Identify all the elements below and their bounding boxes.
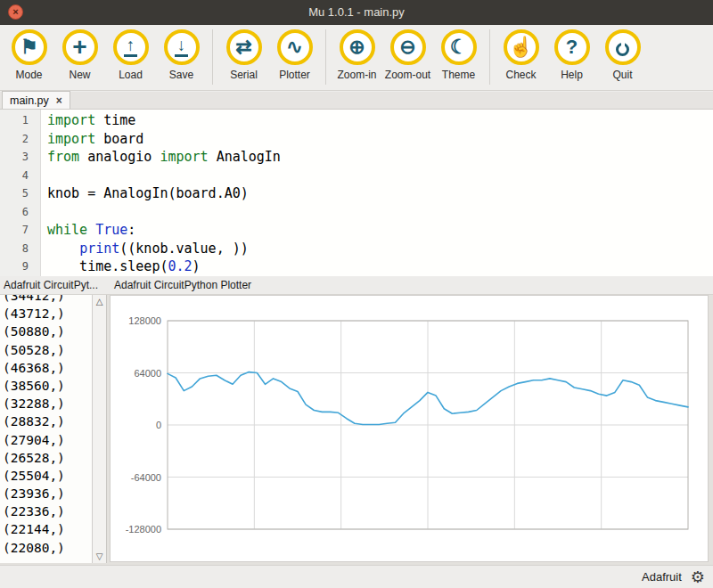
quit-button[interactable]: Quit [597,25,648,81]
tab-close-icon[interactable]: × [56,94,62,107]
console-line: (25504,) [3,467,92,485]
serial-console-pane: (34412,)(43712,)(50880,)(50528,)(46368,)… [0,295,107,563]
line-number: 3 [0,148,29,167]
toolbar-separator [325,29,326,85]
theme-button[interactable]: ☾Theme [433,25,484,81]
console-scrollbar[interactable]: △ ▽ [92,295,106,563]
svg-text:64000: 64000 [134,368,161,379]
svg-text:0: 0 [156,420,161,430]
console-line: (50528,) [3,341,92,359]
help-button[interactable]: ?Help [546,25,597,81]
plot-svg: 128000640000-64000-128000 [111,296,708,561]
mode-button[interactable]: ⚑Mode [4,25,54,81]
console-pane-title: Adafruit CircuitPyt... [4,279,105,291]
code-line: print((knob.value, )) [47,240,281,258]
console-line: (46368,) [3,359,92,377]
load-label: Load [119,69,143,81]
new-button[interactable]: +New [54,25,105,81]
question-icon: ? [554,29,590,65]
console-line: (43712,) [3,305,92,323]
plotter-pane: 128000640000-64000-128000 [110,295,709,562]
zoom-out-icon: ⊖ [390,29,426,65]
serial-label: Serial [230,69,258,81]
plus-icon: + [62,29,98,65]
tab-main-py[interactable]: main.py × [2,91,70,109]
scroll-down-icon[interactable]: ▽ [93,551,106,561]
line-number: 2 [0,130,29,149]
console-line: (50880,) [3,323,92,340]
waveform-icon: ∿ [277,29,313,65]
line-number: 8 [0,240,29,258]
toolbar-separator [489,29,490,85]
line-number: 1 [0,111,29,130]
tab-label: main.py [10,94,49,107]
line-number: 5 [0,184,29,203]
code-line: while True: [47,221,281,240]
help-label: Help [561,69,583,81]
zoom-out-button[interactable]: ⊖Zoom-out [382,25,433,81]
console-line: (27904,) [3,431,92,449]
svg-text:128000: 128000 [128,315,161,326]
console-line: (23936,) [3,485,92,502]
bottom-panes: Adafruit CircuitPyt... Adafruit CircuitP… [0,276,713,565]
line-number: 9 [0,257,29,276]
line-number: 6 [0,203,29,222]
console-line: (38560,) [3,377,92,395]
code-line: import board [47,130,281,149]
app-window: × Mu 1.0.1 - main.py ⚑Mode+New↑Load↓Save… [0,0,713,588]
titlebar: × Mu 1.0.1 - main.py [0,0,713,25]
plotter-pane-title: Adafruit CircuitPython Plotter [114,279,251,291]
window-title: Mu 1.0.1 - main.py [0,0,713,25]
code-line: import time [47,111,281,130]
save-button[interactable]: ↓Save [156,25,207,81]
theme-label: Theme [442,69,475,81]
download-icon: ↓ [164,29,200,65]
serial-console-output[interactable]: (34412,)(43712,)(50880,)(50528,)(46368,)… [0,295,92,563]
pane-headers: Adafruit CircuitPyt... Adafruit CircuitP… [0,276,713,295]
editor-gutter: 123456789 [0,110,41,276]
save-label: Save [169,69,193,81]
scroll-up-icon[interactable]: △ [93,297,106,306]
power-symbol [616,43,629,56]
moon-icon: ☾ [441,29,477,65]
zoom-in-icon: ⊕ [340,29,375,65]
code-line: from analogio import AnalogIn [47,148,281,167]
check-label: Check [505,69,536,81]
svg-text:-64000: -64000 [131,472,161,483]
svg-text:-128000: -128000 [126,524,161,535]
console-line: (28832,) [3,412,92,430]
zoom-in-label: Zoom-in [337,69,376,81]
new-label: New [69,69,90,81]
code-line [47,203,281,222]
load-button[interactable]: ↑Load [105,25,156,81]
console-line: (32288,) [3,395,92,412]
flag-icon: ⚑ [12,29,47,65]
line-number: 4 [0,167,29,185]
code-line [47,167,281,185]
serial-button[interactable]: ⇄Serial [218,25,269,81]
serial-arrows-icon: ⇄ [226,29,262,65]
tab-bar: main.py × [0,92,713,110]
plotter-button[interactable]: ∿Plotter [269,25,320,81]
zoom-out-label: Zoom-out [385,69,430,81]
editor-code: import timeimport boardfrom analogio imp… [41,110,281,276]
toolbar-separator [212,29,213,85]
console-line: (22144,) [3,520,92,538]
code-editor[interactable]: 123456789 import timeimport boardfrom an… [0,110,713,276]
check-button[interactable]: ☝Check [496,25,546,81]
console-line: (22080,) [3,539,92,557]
upload-icon: ↑ [113,29,149,65]
zoom-in-button[interactable]: ⊕Zoom-in [332,25,382,81]
console-line: (34412,) [3,295,92,305]
console-line: (26528,) [3,449,92,467]
line-number: 7 [0,221,29,240]
code-line: time.sleep(0.2) [47,257,281,276]
code-line: knob = AnalogIn(board.A0) [47,184,281,203]
mode-label: Mode [15,69,42,81]
toolbar: ⚑Mode+New↑Load↓Save⇄Serial∿Plotter⊕Zoom-… [0,25,713,91]
console-line: (22336,) [3,502,92,520]
gear-icon[interactable]: ⚙ [691,569,705,585]
power-icon [605,29,641,65]
thumbs-up-icon: ☝ [504,29,539,65]
statusbar-brand-label: Adafruit [642,570,682,584]
